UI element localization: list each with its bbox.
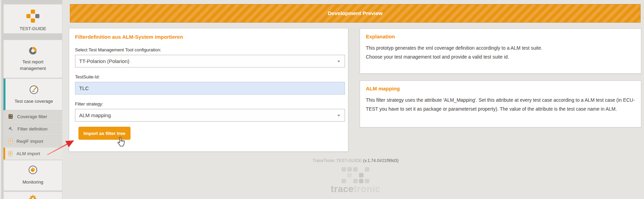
sidebar-subitem-label: Coverage filter: [17, 114, 47, 119]
hammer-icon: [8, 126, 13, 132]
footer-version-line: TraceTronic TEST-GUIDE (v.1.74.0#21f99d3…: [70, 158, 641, 163]
explanation-title: Explanation: [366, 34, 635, 39]
sidebar-item-label: management: [4, 65, 62, 72]
chevron-down-icon: [337, 115, 340, 116]
banner-title: Development Preview: [70, 4, 640, 22]
testsuite-id-input[interactable]: [75, 82, 345, 95]
sidebar-subitem-reqif-import[interactable]: ReqIF import: [3, 135, 62, 147]
alm-mapping-panel: ALM mapping This filter strategy uses th…: [360, 80, 641, 127]
sidebar-item-settings-partial[interactable]: [3, 191, 62, 199]
gear-icon: [28, 194, 37, 199]
document-icon: [8, 151, 12, 156]
testsuite-id-label: TestSuite-Id:: [75, 74, 342, 79]
chevron-down-icon: [337, 61, 340, 62]
gauge-icon: [29, 85, 39, 95]
tracetronic-wordmark: tracetronic: [70, 184, 641, 195]
sidebar-subitem-label: ReqIF import: [16, 139, 43, 144]
test-guide-logo-icon: [26, 10, 40, 23]
alm-import-form-card: Filterdefinition aus ALM-System importie…: [69, 28, 348, 152]
explanation-text-line2: Choose your test management tool and pro…: [366, 52, 635, 61]
wordmark-part-2: tronic: [354, 184, 381, 194]
document-icon: [8, 139, 12, 144]
footer-product-name: TraceTronic TEST-GUIDE: [312, 158, 363, 163]
report-donut-icon: [29, 47, 37, 54]
import-as-filter-tree-button[interactable]: Import as filter tree: [78, 127, 131, 140]
explanation-panel: Explanation This prototyp generates the …: [360, 28, 641, 74]
sidebar-subitem-filter-definition[interactable]: Filter definition: [3, 123, 62, 135]
sidebar-subitem-label: ALM import: [16, 151, 40, 156]
wordmark-part-1: trace: [331, 184, 354, 194]
tracetronic-logo-icon: [342, 167, 369, 183]
alm-mapping-text: This filter strategy uses the attribute …: [366, 96, 635, 113]
sidebar-item-label: Monitoring: [4, 179, 62, 185]
filter-strategy-select[interactable]: ALM mapping: [75, 109, 345, 122]
explanation-text-line1: This prototyp generates the xml coverage…: [366, 43, 635, 52]
sidebar-item-monitoring[interactable]: Monitoring: [3, 160, 62, 191]
coverage-board-icon: [8, 114, 13, 119]
sidebar-item-label: Test report: [4, 59, 62, 65]
tool-configuration-label: Select Test Management Tool configuratio…: [75, 47, 342, 52]
sidebar-subitem-label: Filter definition: [17, 126, 48, 132]
development-preview-banner: Development Preview: [70, 4, 641, 23]
window-edge-strip: [0, 0, 3, 199]
sidebar-item-test-case-coverage[interactable]: Test case coverage: [3, 78, 62, 110]
form-title: Filterdefinition aus ALM-System importie…: [75, 34, 342, 40]
filter-strategy-value: ALM mapping: [79, 112, 111, 118]
sidebar-item-test-report-management[interactable]: Test report management: [3, 40, 62, 78]
sidebar-item-test-guide[interactable]: TEST-GUIDE: [3, 4, 62, 34]
tool-configuration-select[interactable]: TT-Polarion (Polarion): [75, 55, 345, 67]
monitoring-hand-icon: [28, 165, 38, 175]
sidebar-item-label: Test case coverage: [5, 98, 62, 104]
footer-version-number: (v.1.74.0#21f99d3): [363, 158, 399, 163]
sidebar-subitem-coverage-filter[interactable]: Coverage filter: [3, 111, 62, 123]
sidebar-item-label: TEST-GUIDE: [4, 25, 62, 32]
sidebar-subitem-alm-import[interactable]: ALM import: [3, 148, 62, 160]
alm-mapping-title: ALM mapping: [366, 86, 635, 91]
tool-configuration-value: TT-Polarion (Polarion): [79, 58, 129, 64]
filter-strategy-label: Filter strategy:: [75, 101, 342, 107]
